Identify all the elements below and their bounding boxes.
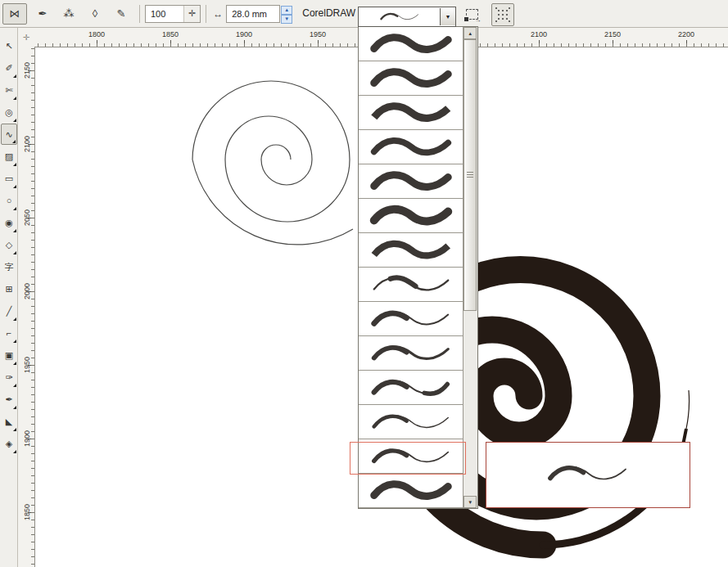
dimension-tool-icon: ╱ bbox=[7, 306, 12, 317]
flyout-indicator bbox=[13, 317, 16, 321]
artistic-media-tool-icon: ∿ bbox=[5, 129, 12, 140]
crop-tool[interactable]: ✄ bbox=[1, 79, 17, 101]
ellipse-tool[interactable]: ○ bbox=[1, 190, 17, 211]
ellipse-tool-icon: ○ bbox=[7, 196, 12, 205]
media-mode-buttons: ⋈✒⁂◊✎ bbox=[0, 3, 134, 25]
freehand-smoothing-field: ✛ bbox=[145, 5, 201, 23]
table-tool[interactable]: ⊞ bbox=[1, 278, 17, 299]
pressure-tool-button[interactable]: ✎ bbox=[111, 3, 132, 25]
flyout-indicator bbox=[13, 185, 16, 188]
sprayer-tool-button[interactable]: ⁂ bbox=[58, 3, 79, 25]
ruler-origin[interactable]: ✛ bbox=[18, 28, 34, 47]
smoothing-icon: ✛ bbox=[183, 6, 200, 22]
table-tool-icon: ⊞ bbox=[5, 284, 12, 295]
spinner-up-button[interactable]: ▲ bbox=[281, 6, 292, 15]
blend-tool[interactable]: ▣ bbox=[1, 344, 17, 366]
smart-fill-tool[interactable]: ▨ bbox=[1, 146, 17, 167]
dimension-tool[interactable]: ╱ bbox=[1, 300, 17, 322]
stroke-preset-cells bbox=[359, 27, 463, 508]
pick-tool[interactable]: ↖ bbox=[1, 35, 17, 56]
stroke-preset-item[interactable] bbox=[359, 199, 463, 233]
stroke-options-button[interactable] bbox=[491, 3, 514, 26]
stroke-preset-item[interactable] bbox=[359, 268, 463, 302]
pick-tool-icon: ↖ bbox=[5, 41, 12, 52]
dashed-box-arrow-icon: → bbox=[466, 9, 478, 20]
smart-fill-tool-icon: ▨ bbox=[5, 151, 13, 162]
brush-tool-button[interactable]: ✒ bbox=[32, 3, 53, 25]
current-stroke-preview bbox=[359, 7, 440, 26]
stroke-preset-item[interactable] bbox=[359, 164, 463, 199]
toolbox: ↖✐✄◎∿▨▭○◉◇字⊞╱⌐▣✑✒◣◈ bbox=[0, 28, 18, 567]
flyout-indicator bbox=[13, 163, 16, 166]
stroke-preset-combobox[interactable]: ▼ bbox=[358, 7, 456, 27]
flyout-indicator bbox=[13, 207, 16, 210]
h-ruler-label: 1850 bbox=[162, 30, 179, 38]
h-ruler-tick bbox=[244, 40, 245, 47]
stroke-preset-item[interactable] bbox=[359, 474, 463, 508]
scroll-down-button[interactable]: ▼ bbox=[463, 496, 477, 508]
stroke-width-input[interactable] bbox=[227, 9, 279, 19]
h-ruler-tick bbox=[613, 40, 613, 47]
spiral-tool[interactable]: ◉ bbox=[1, 212, 17, 233]
outline-pen-tool[interactable]: ✒ bbox=[1, 389, 17, 410]
smoothing-input[interactable] bbox=[146, 9, 183, 19]
h-ruler-tick bbox=[686, 40, 687, 47]
selected-stroke-highlight bbox=[350, 442, 466, 475]
rectangle-tool[interactable]: ▭ bbox=[1, 168, 17, 189]
stroke-preset-item[interactable] bbox=[359, 130, 463, 164]
flyout-indicator bbox=[13, 74, 16, 78]
stroke-preset-item[interactable] bbox=[359, 371, 463, 405]
v-ruler-tick bbox=[28, 439, 34, 439]
stroke-preset-item[interactable] bbox=[359, 61, 463, 96]
stroke-preset-item[interactable] bbox=[359, 233, 463, 268]
interactive-fill-tool[interactable]: ◈ bbox=[1, 433, 17, 454]
flyout-indicator bbox=[13, 362, 16, 365]
stroke-width-spinner: ▲ ▼ bbox=[281, 6, 292, 22]
flyout-indicator bbox=[13, 97, 16, 100]
shape-tool[interactable]: ✐ bbox=[1, 57, 17, 79]
eyedropper-tool[interactable]: ✑ bbox=[1, 367, 17, 388]
stroke-preset-list: ▲ ▼ bbox=[358, 26, 478, 509]
vertical-ruler[interactable]: 2150210020502000195019001850 bbox=[18, 47, 35, 567]
preview-stroke bbox=[540, 457, 636, 494]
stroke-list-scrollbar[interactable]: ▲ ▼ bbox=[463, 27, 477, 508]
stroke-preset-item[interactable] bbox=[359, 302, 463, 336]
calligraphic-tool-button[interactable]: ◊ bbox=[84, 3, 106, 25]
scroll-up-button[interactable]: ▲ bbox=[463, 27, 477, 39]
h-ruler-label: 1900 bbox=[236, 30, 252, 38]
h-ruler-label: 1800 bbox=[88, 30, 105, 38]
stroke-width-field bbox=[226, 5, 280, 23]
scale-stroke-with-object-button[interactable]: → bbox=[461, 3, 482, 25]
thin-spiral-object[interactable] bbox=[192, 81, 353, 245]
stroke-preset-item[interactable] bbox=[359, 96, 463, 130]
fill-tool[interactable]: ◣ bbox=[1, 411, 17, 432]
separator bbox=[206, 5, 206, 23]
combo-dropdown-arrow[interactable]: ▼ bbox=[440, 8, 455, 25]
scrollbar-thumb[interactable] bbox=[463, 39, 477, 311]
outline-pen-tool-icon: ✒ bbox=[5, 394, 12, 405]
v-ruler-tick bbox=[28, 218, 34, 218]
zoom-tool[interactable]: ◎ bbox=[1, 101, 17, 123]
flyout-indicator bbox=[13, 340, 16, 343]
artistic-media-tool[interactable]: ∿ bbox=[1, 124, 17, 145]
h-ruler-tick bbox=[170, 40, 171, 47]
rectangle-tool-icon: ▭ bbox=[5, 173, 13, 184]
flyout-indicator bbox=[13, 384, 16, 387]
basic-shapes-tool-icon: ◇ bbox=[6, 240, 12, 250]
stroke-preset-item[interactable] bbox=[359, 27, 463, 61]
fill-tool-icon: ◣ bbox=[6, 416, 12, 427]
preset-tool-button[interactable]: ⋈ bbox=[2, 3, 27, 25]
stroke-preset-item[interactable] bbox=[359, 336, 463, 371]
basic-shapes-tool[interactable]: ◇ bbox=[1, 234, 17, 255]
stroke-preset-item[interactable] bbox=[359, 405, 463, 439]
spinner-down-button[interactable]: ▼ bbox=[281, 15, 292, 24]
connector-tool[interactable]: ⌐ bbox=[1, 322, 17, 344]
text-tool[interactable]: 字 bbox=[1, 256, 17, 277]
dots-grid-icon bbox=[502, 14, 504, 16]
h-ruler-label: 2150 bbox=[604, 30, 621, 38]
text-tool-icon: 字 bbox=[5, 261, 14, 273]
h-ruler-tick bbox=[539, 40, 540, 47]
flyout-indicator bbox=[13, 119, 16, 122]
connector-tool-icon: ⌐ bbox=[7, 328, 11, 338]
v-ruler-tick bbox=[28, 144, 34, 145]
